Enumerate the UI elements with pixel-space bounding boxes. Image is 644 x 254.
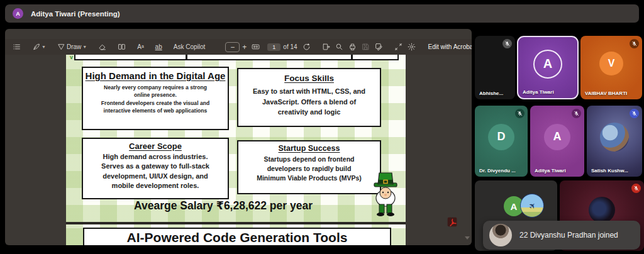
participant-name: VAIBHAV BHARTI [585, 91, 627, 96]
participant-name: Abhishe... [479, 91, 503, 96]
participant-tile-aditya-active[interactable]: A Aditya Tiwari [517, 36, 579, 99]
participant-name: Aditya Tiwari [535, 168, 566, 174]
avatar: A [544, 124, 570, 150]
avatar: V [599, 52, 623, 75]
box-title: High Demand in the Digital Age [83, 70, 228, 81]
participant-tile-vaibhav[interactable]: V VAIBHAV BHARTI [580, 36, 642, 99]
scrollbar-down-arrow[interactable] [465, 236, 470, 240]
box-body: Easy to start with HTML, CSS, and JavaSc… [238, 86, 380, 118]
pdf-viewer-window: ▼ Draw ▼ Aᵃ ab Ask Copilot − + 1 of 14 [5, 29, 472, 245]
draw-label: Draw [67, 43, 81, 50]
box-body: High demand across industries. Serves as… [83, 152, 228, 191]
settings-gear-icon[interactable] [405, 41, 418, 52]
search-icon[interactable] [333, 41, 346, 52]
participant-tile-dr-divyendu[interactable]: D Dr. Divyendu ... [475, 106, 528, 177]
slide-page-2[interactable]: AI-Powered Code Generation Tools [66, 224, 406, 245]
avatar: A [533, 50, 562, 79]
join-notification-toast[interactable]: 22 Divyanshu Pradhan joined [483, 221, 640, 250]
chevron-down-icon[interactable]: ▼ [82, 45, 87, 49]
mic-muted-icon [631, 184, 641, 193]
mic-muted-icon [630, 39, 639, 48]
avatar-photo [589, 197, 615, 223]
box-body: Startups depend on frontend developers t… [238, 155, 380, 184]
adobe-acrobat-icon[interactable] [447, 217, 457, 227]
participant-tile-aditya-2[interactable]: A Aditya Tiwari [530, 106, 584, 177]
slide-box-high-demand: High Demand in the Digital Age Nearly ev… [82, 67, 229, 130]
next-slide-title-box: AI-Powered Code Generation Tools [83, 228, 391, 245]
participant-name: Aditya Tiwari [523, 89, 554, 95]
join-notification-text: 22 Divyanshu Pradhan joined [519, 230, 618, 240]
presenter-avatar: A [13, 8, 23, 19]
two-page-view-icon[interactable] [115, 41, 128, 52]
slide-title-box-cutoff [74, 55, 399, 60]
draw-tool-button[interactable]: Draw ▼ [55, 41, 89, 52]
next-slide-title: AI-Powered Code Generation Tools [84, 230, 390, 245]
mic-muted-icon [502, 39, 512, 48]
zoom-in-button[interactable]: + [240, 43, 249, 52]
cut-letter-mark [186, 55, 187, 60]
airplane-icon: ✈ [526, 200, 538, 211]
ask-copilot-button[interactable]: Ask Copilot [171, 42, 208, 52]
print-icon[interactable] [346, 41, 359, 52]
fullscreen-icon[interactable] [392, 41, 405, 52]
slide-box-career-scope: Career Scope High demand across industri… [82, 138, 229, 199]
slide-box-startup-success: Startup Success Startups depend on front… [237, 140, 381, 194]
quill-pen-icon[interactable]: ▼ [30, 41, 48, 52]
outline-list-icon[interactable] [10, 41, 23, 52]
save-icon [359, 41, 372, 52]
rotate-icon[interactable] [300, 41, 313, 52]
joined-user-avatar [489, 224, 512, 246]
pdf-toolbar: ▼ Draw ▼ Aᵃ ab Ask Copilot − + 1 of 14 [5, 39, 472, 55]
box-title: Focus Skills [238, 74, 380, 83]
participant-tile-satish[interactable]: Satish Kushw... [587, 106, 642, 177]
eraser-icon[interactable] [96, 41, 109, 52]
presenter-name: Aditya Tiwari (Presenting) [31, 10, 120, 18]
export-page-icon[interactable] [319, 41, 333, 52]
cut-letter-mark [351, 55, 353, 60]
edit-with-acrobat-button[interactable]: Edit with Acrobat [428, 43, 472, 50]
slide-page-1[interactable]: v High Demand in the Digital Age Nearly … [66, 55, 406, 222]
mic-muted-icon [515, 109, 525, 118]
participant-name: Satish Kushw... [591, 168, 628, 174]
mic-muted-icon [630, 109, 639, 118]
page-number-input[interactable]: 1 [267, 43, 280, 51]
box-body: Nearly every company requires a strong o… [83, 84, 228, 115]
box-title: Career Scope [83, 141, 228, 151]
presenter-bar[interactable]: A Aditya Tiwari (Presenting) [5, 4, 639, 23]
avatar-photo: ✈ [520, 194, 544, 218]
box-title: Startup Success [238, 144, 380, 153]
avatar: D [488, 124, 514, 150]
text-size-icon[interactable]: Aᵃ [135, 42, 146, 52]
page-total-label: of 14 [280, 42, 299, 52]
participant-name: Dr. Divyendu ... [479, 168, 516, 174]
slide-box-focus-skills: Focus Skills Easy to start with HTML, CS… [237, 68, 381, 127]
avatar-photo [600, 123, 629, 152]
leprechaun-illustration [369, 170, 402, 221]
average-salary-text: Avearge Salary ₹6,28,622 per year [66, 199, 380, 213]
fit-width-icon[interactable] [249, 41, 262, 52]
mic-muted-icon [572, 109, 581, 118]
annotate-icon[interactable] [372, 41, 386, 52]
zoom-out-button[interactable]: − [225, 42, 240, 52]
clover-decoration: v [70, 54, 73, 60]
participant-tile-abhishek[interactable]: Abhishe... [475, 36, 515, 99]
chevron-down-icon[interactable]: ▼ [42, 45, 46, 49]
read-aloud-icon[interactable]: ab [153, 42, 165, 52]
